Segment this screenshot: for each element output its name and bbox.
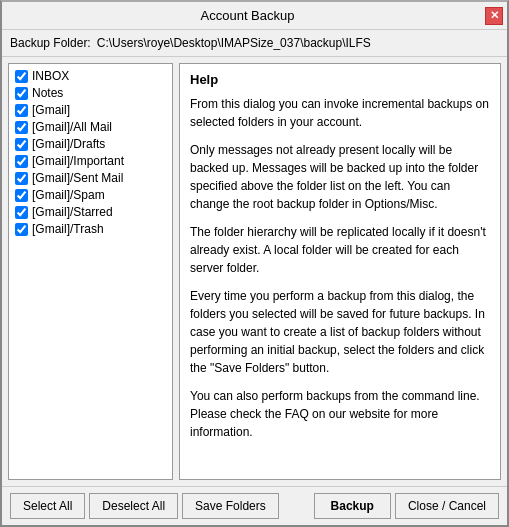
help-para-5: You can also perform backups from the co… <box>190 387 490 441</box>
folder-label-gmail-trash: [Gmail]/Trash <box>32 222 104 236</box>
folder-item-gmail[interactable]: [Gmail] <box>11 102 170 118</box>
folder-label-gmail-spam: [Gmail]/Spam <box>32 188 105 202</box>
folder-label-notes: Notes <box>32 86 63 100</box>
folder-item-gmail-trash[interactable]: [Gmail]/Trash <box>11 221 170 237</box>
window-title: Account Backup <box>10 8 485 23</box>
help-para-4: Every time you perform a backup from thi… <box>190 287 490 377</box>
button-bar: Select All Deselect All Save Folders Bac… <box>2 486 507 525</box>
help-para-3: The folder hierarchy will be replicated … <box>190 223 490 277</box>
folder-label-inbox: INBOX <box>32 69 69 83</box>
help-para-1: From this dialog you can invoke incremen… <box>190 95 490 131</box>
folder-label-gmail-drafts: [Gmail]/Drafts <box>32 137 105 151</box>
folder-item-gmail-spam[interactable]: [Gmail]/Spam <box>11 187 170 203</box>
title-bar: Account Backup ✕ <box>2 2 507 30</box>
folder-item-inbox[interactable]: INBOX <box>11 68 170 84</box>
help-para-2: Only messages not already present locall… <box>190 141 490 213</box>
folder-checkbox-gmail-trash[interactable] <box>15 223 28 236</box>
folder-label-gmail-sent-mail: [Gmail]/Sent Mail <box>32 171 123 185</box>
button-bar-left: Select All Deselect All Save Folders <box>10 493 279 519</box>
folder-checkbox-gmail-starred[interactable] <box>15 206 28 219</box>
folder-checkbox-notes[interactable] <box>15 87 28 100</box>
folder-item-gmail-all-mail[interactable]: [Gmail]/All Mail <box>11 119 170 135</box>
backup-button[interactable]: Backup <box>314 493 391 519</box>
backup-folder-label: Backup Folder: <box>10 36 91 50</box>
folder-checkbox-gmail-all-mail[interactable] <box>15 121 28 134</box>
main-content: INBOXNotes[Gmail][Gmail]/All Mail[Gmail]… <box>2 57 507 486</box>
folder-checkbox-inbox[interactable] <box>15 70 28 83</box>
select-all-button[interactable]: Select All <box>10 493 85 519</box>
folder-label-gmail-all-mail: [Gmail]/All Mail <box>32 120 112 134</box>
close-cancel-button[interactable]: Close / Cancel <box>395 493 499 519</box>
save-folders-button[interactable]: Save Folders <box>182 493 279 519</box>
help-panel: Help From this dialog you can invoke inc… <box>179 63 501 480</box>
folder-item-gmail-important[interactable]: [Gmail]/Important <box>11 153 170 169</box>
folder-item-gmail-drafts[interactable]: [Gmail]/Drafts <box>11 136 170 152</box>
account-backup-window: Account Backup ✕ Backup Folder: C:\Users… <box>0 0 509 527</box>
folder-list-panel: INBOXNotes[Gmail][Gmail]/All Mail[Gmail]… <box>8 63 173 480</box>
folder-label-gmail-starred: [Gmail]/Starred <box>32 205 113 219</box>
deselect-all-button[interactable]: Deselect All <box>89 493 178 519</box>
button-bar-right: Backup Close / Cancel <box>314 493 499 519</box>
folder-label-gmail: [Gmail] <box>32 103 70 117</box>
folder-label-gmail-important: [Gmail]/Important <box>32 154 124 168</box>
folder-checkbox-gmail-drafts[interactable] <box>15 138 28 151</box>
folder-checkbox-gmail-sent-mail[interactable] <box>15 172 28 185</box>
close-button[interactable]: ✕ <box>485 7 503 25</box>
folder-checkbox-gmail-important[interactable] <box>15 155 28 168</box>
backup-folder-row: Backup Folder: C:\Users\roye\Desktop\IMA… <box>2 30 507 57</box>
folder-item-gmail-starred[interactable]: [Gmail]/Starred <box>11 204 170 220</box>
folder-checkbox-gmail[interactable] <box>15 104 28 117</box>
backup-folder-path: C:\Users\roye\Desktop\IMAPSize_037\backu… <box>97 36 371 50</box>
help-heading: Help <box>190 72 490 87</box>
folder-item-notes[interactable]: Notes <box>11 85 170 101</box>
folder-item-gmail-sent-mail[interactable]: [Gmail]/Sent Mail <box>11 170 170 186</box>
folder-checkbox-gmail-spam[interactable] <box>15 189 28 202</box>
